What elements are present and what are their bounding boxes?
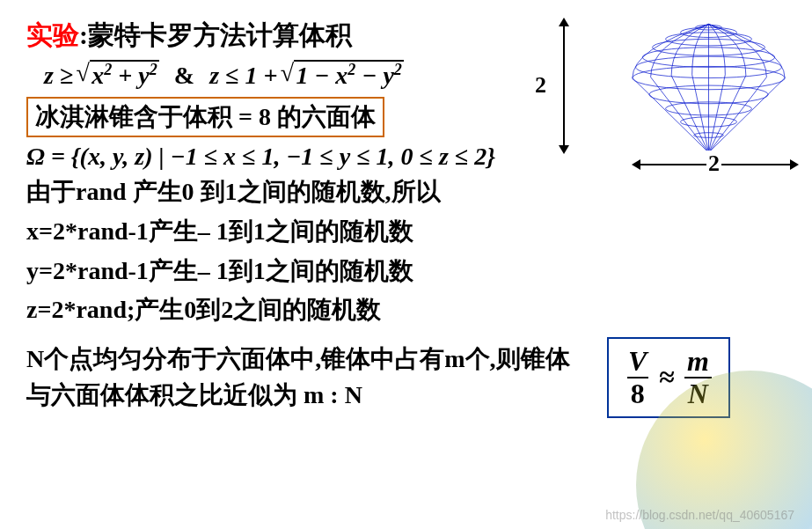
ratio-m: m [684, 346, 713, 377]
dim-width-label: 2 [706, 151, 721, 177]
title-main: 蒙特卡罗方法计算体积 [88, 20, 352, 49]
watermark: https://blog.csdn.net/qq_40605167 [605, 508, 794, 522]
conclusion-text: N个点均匀分布于六面体中,锥体中占有m个,则锥体与六面体体积之比近似为 m : … [26, 342, 589, 413]
ampersand: & [165, 62, 203, 89]
ratio-8: 8 [627, 377, 648, 409]
dim-height-label: 2 [535, 72, 546, 99]
formula-lhs: z ≥ [44, 62, 79, 89]
wireframe-shape [623, 16, 794, 157]
ice-cream-cone-figure: 2 [544, 9, 799, 176]
volume-statement: 冰淇淋锥含于体积 = 8 的六面体 [26, 97, 384, 137]
ratio-n: N [684, 377, 712, 409]
frac-v-8: V 8 [625, 346, 650, 409]
dimension-horizontal: 2 [632, 154, 799, 176]
frac-m-n: m N [684, 346, 713, 409]
rand-x: x=2*rand-1产生– 1到1之间的随机数 [26, 210, 794, 250]
sqrt-right: 1 − x2 − y2 [283, 61, 404, 90]
ratio-box: V 8 ≈ m N [607, 337, 730, 418]
conclusion-row: N个点均匀分布于六面体中,锥体中占有m个,则锥体与六面体体积之比近似为 m : … [26, 328, 794, 418]
rand-intro: 由于rand 产生0 到1之间的随机数,所以 [26, 171, 794, 210]
svg-line-10 [692, 75, 709, 152]
ratio-v: V [625, 346, 650, 377]
svg-line-12 [709, 75, 726, 152]
title-colon: : [79, 20, 88, 49]
rand-z: z=2*rand;产生0到2之间的随机数 [26, 289, 794, 328]
dimension-vertical: 2 [544, 18, 574, 154]
rand-y: y=2*rand-1产生– 1到1之间的随机数 [26, 250, 794, 290]
title-prefix: 实验 [26, 20, 79, 49]
sqrt-left: x2 + y2 [79, 61, 159, 90]
approx-sign: ≈ [659, 361, 675, 393]
formula-rhs: z ≤ 1 + [209, 62, 283, 89]
